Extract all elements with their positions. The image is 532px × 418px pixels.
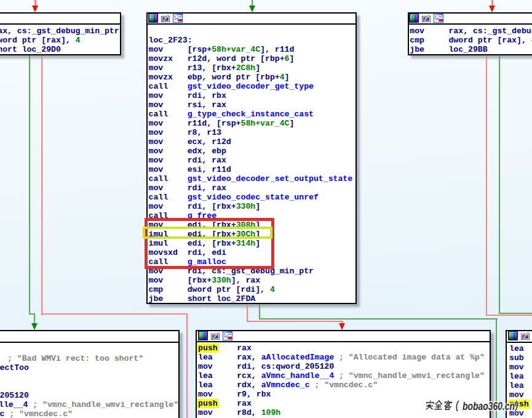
svg-text:bobao360.cn: bobao360.cn: [463, 400, 515, 412]
